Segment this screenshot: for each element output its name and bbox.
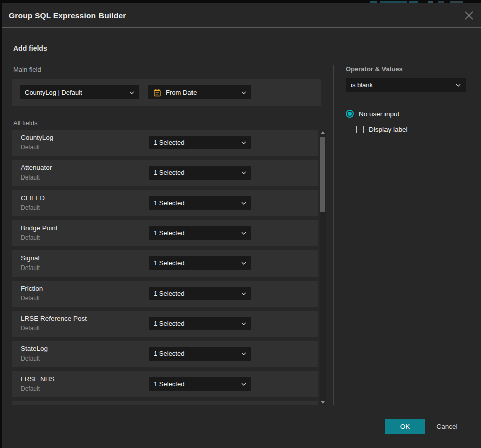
no-user-input-radio[interactable]: No user input	[346, 110, 399, 118]
group-sql-expression-builder-dialog: Group SQL Expression Builder Add fields …	[2, 3, 481, 448]
field-selected-dropdown[interactable]: 1 Selected	[149, 377, 251, 391]
field-name: CountyLog	[21, 134, 53, 141]
operator-value: is blank	[351, 81, 452, 89]
field-subtitle: Default	[21, 355, 40, 362]
field-subtitle: Default	[21, 204, 40, 211]
field-selected-value: 1 Selected	[154, 350, 237, 357]
radio-selected-icon	[346, 110, 354, 118]
field-selected-value: 1 Selected	[154, 320, 237, 327]
main-field-date-value: From Date	[166, 88, 237, 96]
chevron-down-icon	[241, 202, 246, 205]
field-name: Friction	[21, 285, 43, 292]
list-row-partial	[12, 401, 318, 405]
field-name: LRSE Reference Post	[21, 315, 87, 322]
field-subtitle: Default	[21, 295, 40, 302]
main-field-date-dropdown[interactable]: From Date	[148, 85, 251, 99]
field-selected-value: 1 Selected	[154, 259, 237, 267]
operator-values-heading: Operator & Values	[346, 65, 466, 73]
field-subtitle: Default	[21, 325, 40, 332]
display-label-checkbox[interactable]: Display label	[356, 126, 408, 133]
chevron-down-icon	[241, 91, 246, 94]
all-fields-list: CountyLog Default 1 Selected Attenuator …	[12, 130, 319, 405]
field-selected-dropdown[interactable]: 1 Selected	[149, 347, 251, 361]
chevron-down-icon	[241, 232, 246, 235]
field-selected-value: 1 Selected	[154, 169, 237, 176]
field-selected-value: 1 Selected	[154, 229, 237, 237]
close-icon[interactable]	[464, 10, 474, 20]
field-selected-value: 1 Selected	[154, 380, 237, 388]
field-name: Attenuator	[21, 164, 52, 171]
main-field-label: Main field	[13, 66, 41, 73]
all-fields-label: All fields	[13, 119, 37, 127]
chevron-down-icon	[241, 292, 246, 295]
field-list-row: CountyLog Default 1 Selected	[12, 130, 318, 156]
chevron-down-icon	[241, 322, 246, 325]
main-field-source-value: CountyLog | Default	[25, 88, 125, 96]
field-selected-value: 1 Selected	[154, 199, 237, 207]
chevron-down-icon	[241, 141, 246, 144]
main-field-source-dropdown[interactable]: CountyLog | Default	[20, 85, 139, 99]
field-list-row: CLIFED Default 1 Selected	[12, 190, 318, 216]
field-name: CLIFED	[21, 194, 45, 202]
field-selected-dropdown[interactable]: 1 Selected	[149, 226, 251, 240]
field-selected-dropdown[interactable]: 1 Selected	[149, 256, 251, 270]
field-list-row: LRSE Reference Post Default 1 Selected	[12, 311, 318, 337]
cancel-button[interactable]: Cancel	[428, 419, 466, 434]
field-selected-dropdown[interactable]: 1 Selected	[149, 287, 251, 300]
field-name: Bridge Point	[21, 224, 58, 232]
field-subtitle: Default	[21, 234, 40, 241]
main-field-panel: CountyLog | Default From Date	[12, 79, 321, 106]
no-user-input-label: No user input	[359, 110, 399, 118]
chevron-down-icon	[241, 383, 246, 386]
chevron-down-icon	[241, 171, 246, 174]
checkbox-unchecked-icon	[356, 126, 364, 133]
field-list-row: Attenuator Default 1 Selected	[12, 160, 318, 186]
ok-button[interactable]: OK	[385, 419, 425, 434]
field-list-row: Signal Default 1 Selected	[12, 250, 318, 277]
add-fields-heading: Add fields	[13, 44, 47, 52]
display-label-label: Display label	[369, 126, 408, 133]
scroll-down-icon[interactable]	[320, 400, 326, 405]
field-selected-value: 1 Selected	[154, 139, 237, 146]
scroll-up-icon[interactable]	[320, 130, 326, 135]
field-name: StateLog	[21, 345, 48, 352]
field-selected-dropdown[interactable]: 1 Selected	[149, 317, 251, 330]
field-list-row: Bridge Point Default 1 Selected	[12, 220, 318, 246]
field-selected-dropdown[interactable]: 1 Selected	[149, 196, 251, 210]
dialog-header: Group SQL Expression Builder	[2, 3, 481, 28]
field-list-row: StateLog Default 1 Selected	[12, 341, 318, 367]
field-selected-dropdown[interactable]: 1 Selected	[149, 136, 251, 149]
operator-dropdown[interactable]: is blank	[346, 78, 466, 92]
field-subtitle: Default	[21, 144, 40, 151]
chevron-down-icon	[129, 91, 134, 94]
field-selected-dropdown[interactable]: 1 Selected	[149, 166, 251, 180]
field-name: Signal	[21, 254, 40, 262]
scrollbar-thumb[interactable]	[320, 137, 325, 212]
dialog-title: Group SQL Expression Builder	[9, 3, 126, 28]
chevron-down-icon	[456, 84, 461, 87]
chevron-down-icon	[241, 262, 246, 265]
field-list-row: Friction Default 1 Selected	[12, 281, 318, 307]
field-selected-value: 1 Selected	[154, 290, 237, 297]
calendar-icon	[153, 88, 161, 97]
field-list-row: LRSE NHS Default 1 Selected	[12, 371, 318, 397]
field-name: LRSE NHS	[21, 375, 55, 383]
field-subtitle: Default	[21, 264, 40, 272]
chevron-down-icon	[241, 352, 246, 355]
field-subtitle: Default	[21, 385, 40, 392]
vertical-divider	[333, 65, 334, 405]
list-scrollbar[interactable]	[320, 130, 326, 405]
operator-values-panel: Operator & Values is blank No user input…	[346, 65, 466, 73]
field-subtitle: Default	[21, 174, 40, 181]
